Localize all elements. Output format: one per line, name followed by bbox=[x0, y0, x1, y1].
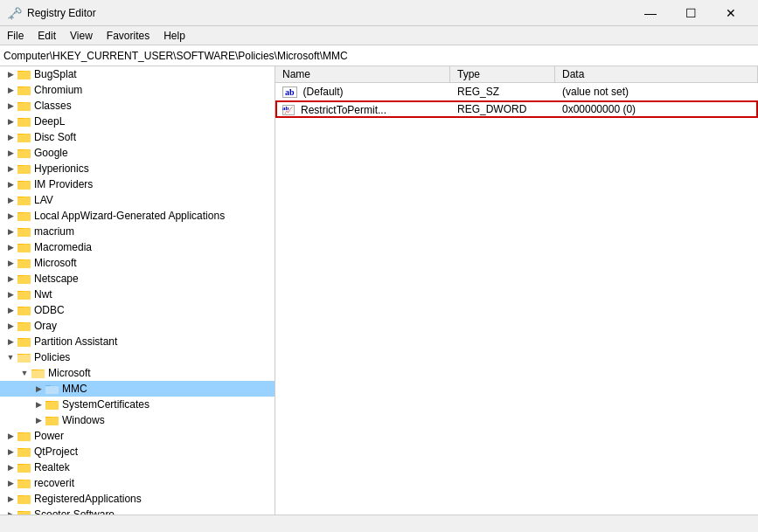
reg-data-default: (value not set) bbox=[555, 86, 758, 98]
tree-item-oray[interactable]: ▶ Oray bbox=[0, 318, 275, 334]
expander-disc-soft[interactable]: ▶ bbox=[3, 130, 17, 144]
reg-icon-restrict: ab 📈 RestrictToPermit... bbox=[282, 104, 386, 116]
reg-icon-default: ab (Default) bbox=[282, 86, 344, 98]
tree-item-systemcerts[interactable]: ▶ SystemCertificates bbox=[0, 397, 275, 412]
folder-icon-classes bbox=[17, 100, 31, 112]
tree-item-windows[interactable]: ▶ Windows bbox=[0, 412, 275, 428]
expander-qtproject[interactable]: ▶ bbox=[3, 445, 17, 459]
menu-view[interactable]: View bbox=[63, 28, 100, 44]
tree-item-google[interactable]: ▶ Google bbox=[0, 145, 275, 161]
expander-google[interactable]: ▶ bbox=[3, 146, 17, 160]
tree-item-im-providers[interactable]: ▶ IM Providers bbox=[0, 176, 275, 192]
tree-label-mmc: MMC bbox=[62, 383, 87, 395]
reg-row-restrict[interactable]: ab 📈 RestrictToPermit... REG_DWORD 0x000… bbox=[275, 100, 758, 118]
svg-rect-50 bbox=[17, 323, 31, 331]
expander-recoverit[interactable]: ▶ bbox=[3, 476, 17, 490]
svg-rect-44 bbox=[17, 292, 31, 300]
tree-label-lav: LAV bbox=[34, 194, 53, 206]
expander-odbc[interactable]: ▶ bbox=[3, 303, 17, 317]
tree-item-registered-apps[interactable]: ▶ RegisteredApplications bbox=[0, 491, 275, 507]
tree-item-odbc[interactable]: ▶ ODBC bbox=[0, 302, 275, 318]
svg-rect-62 bbox=[45, 386, 59, 394]
expander-macromedia[interactable]: ▶ bbox=[3, 240, 17, 254]
tree-label-nwt: Nwt bbox=[34, 288, 52, 301]
tree-item-macrium[interactable]: ▶ macrium bbox=[0, 224, 275, 239]
tree-item-local-appwizard[interactable]: ▶ Local AppWizard-Generated Applications bbox=[0, 208, 275, 224]
menu-bar: File Edit View Favorites Help bbox=[0, 26, 758, 45]
expander-bugsplat[interactable]: ▶ bbox=[3, 67, 17, 81]
tree-label-classes: Classes bbox=[34, 100, 72, 112]
expander-lav[interactable]: ▶ bbox=[3, 193, 17, 207]
expander-mmc[interactable]: ▶ bbox=[31, 382, 45, 396]
tree-item-power[interactable]: ▶ Power bbox=[0, 428, 275, 444]
expander-macrium[interactable]: ▶ bbox=[3, 225, 17, 238]
window-title: Registry Editor bbox=[27, 7, 96, 19]
expander-hyperionics[interactable]: ▶ bbox=[3, 162, 17, 176]
tree-item-policies-microsoft[interactable]: ▼ Microsoft bbox=[0, 365, 275, 381]
folder-icon-odbc bbox=[17, 304, 31, 316]
tree-item-lav[interactable]: ▶ LAV bbox=[0, 192, 275, 208]
tree-scroll[interactable]: ▶ BugSplat ▶ Chromium ▶ Class bbox=[0, 66, 275, 515]
svg-rect-59 bbox=[31, 370, 45, 378]
svg-rect-29 bbox=[17, 213, 31, 221]
tree-item-chromium[interactable]: ▶ Chromium bbox=[0, 82, 275, 98]
expander-realtek[interactable]: ▶ bbox=[3, 460, 17, 474]
reg-type-restrict: REG_DWORD bbox=[450, 103, 555, 115]
expander-policies-microsoft[interactable]: ▼ bbox=[17, 366, 31, 380]
expander-oray[interactable]: ▶ bbox=[3, 319, 17, 333]
tree-label-local-appwizard: Local AppWizard-Generated Applications bbox=[34, 210, 225, 222]
tree-label-oray: Oray bbox=[34, 320, 57, 332]
expander-systemcerts[interactable]: ▶ bbox=[31, 397, 45, 411]
tree-item-policies[interactable]: ▼ Policies bbox=[0, 349, 275, 365]
menu-edit[interactable]: Edit bbox=[31, 28, 63, 44]
expander-windows[interactable]: ▶ bbox=[31, 413, 45, 427]
svg-rect-71 bbox=[17, 433, 31, 441]
svg-rect-80 bbox=[17, 480, 31, 488]
tree-item-realtek[interactable]: ▶ Realtek bbox=[0, 459, 275, 475]
minimize-button[interactable]: — bbox=[630, 0, 671, 26]
tree-item-scooter[interactable]: ▶ Scooter Software bbox=[0, 507, 275, 515]
expander-registered-apps[interactable]: ▶ bbox=[3, 492, 17, 506]
expander-classes[interactable]: ▶ bbox=[3, 99, 17, 113]
tree-item-recoverit[interactable]: ▶ recoverit bbox=[0, 475, 275, 491]
expander-microsoft[interactable]: ▶ bbox=[3, 256, 17, 270]
right-pane[interactable]: Name Type Data ab (Default) REG_SZ (valu… bbox=[275, 66, 758, 515]
tree-label-im-providers: IM Providers bbox=[34, 178, 93, 190]
menu-favorites[interactable]: Favorites bbox=[100, 28, 156, 44]
folder-icon-nwt bbox=[17, 288, 31, 301]
tree-item-bugsplat[interactable]: ▶ BugSplat bbox=[0, 66, 275, 82]
close-button[interactable]: ✕ bbox=[711, 0, 751, 26]
tree-pane: ▶ BugSplat ▶ Chromium ▶ Class bbox=[0, 66, 275, 515]
expander-nwt[interactable]: ▶ bbox=[3, 287, 17, 301]
svg-rect-8 bbox=[17, 103, 31, 111]
folder-icon-hyperionics bbox=[17, 162, 31, 175]
expander-scooter[interactable]: ▶ bbox=[3, 508, 17, 515]
tree-item-deepl[interactable]: ▶ DeepL bbox=[0, 114, 275, 129]
tree-item-nwt[interactable]: ▶ Nwt bbox=[0, 287, 275, 302]
tree-item-partition-assistant[interactable]: ▶ Partition Assistant bbox=[0, 334, 275, 349]
tree-item-disc-soft[interactable]: ▶ Disc Soft bbox=[0, 129, 275, 145]
tree-label-partition-assistant: Partition Assistant bbox=[34, 335, 117, 348]
expander-power[interactable]: ▶ bbox=[3, 429, 17, 443]
expander-policies[interactable]: ▼ bbox=[3, 350, 17, 364]
expander-chromium[interactable]: ▶ bbox=[3, 83, 17, 97]
expander-partition-assistant[interactable]: ▶ bbox=[3, 335, 17, 349]
menu-help[interactable]: Help bbox=[156, 28, 192, 44]
menu-file[interactable]: File bbox=[0, 28, 31, 44]
folder-icon-local-appwizard bbox=[17, 210, 31, 222]
tree-label-google: Google bbox=[34, 147, 68, 159]
folder-icon-qtproject bbox=[17, 446, 31, 458]
expander-deepl[interactable]: ▶ bbox=[3, 114, 17, 128]
expander-netscape[interactable]: ▶ bbox=[3, 272, 17, 286]
expander-im-providers[interactable]: ▶ bbox=[3, 177, 17, 191]
reg-row-default[interactable]: ab (Default) REG_SZ (value not set) bbox=[275, 83, 758, 100]
tree-item-netscape[interactable]: ▶ Netscape bbox=[0, 271, 275, 287]
tree-item-qtproject[interactable]: ▶ QtProject bbox=[0, 444, 275, 459]
expander-local-appwizard[interactable]: ▶ bbox=[3, 209, 17, 223]
tree-item-microsoft[interactable]: ▶ Microsoft bbox=[0, 255, 275, 271]
tree-item-macromedia[interactable]: ▶ Macromedia bbox=[0, 239, 275, 255]
maximize-button[interactable]: ☐ bbox=[671, 0, 711, 26]
tree-item-classes[interactable]: ▶ Classes bbox=[0, 98, 275, 114]
tree-item-mmc[interactable]: ▶ MMC bbox=[0, 381, 275, 397]
tree-item-hyperionics[interactable]: ▶ Hyperionics bbox=[0, 161, 275, 176]
